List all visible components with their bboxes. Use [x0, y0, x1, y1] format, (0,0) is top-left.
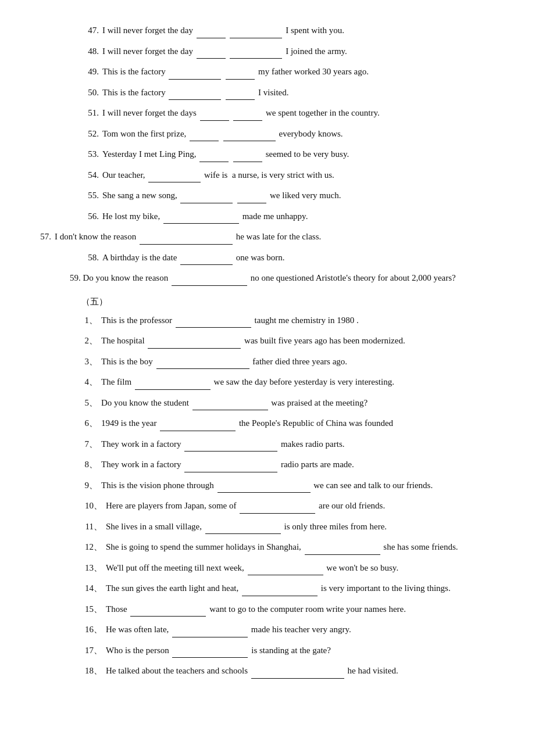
blank-54-1[interactable]	[148, 182, 201, 182]
blank-51-1[interactable]	[200, 120, 229, 121]
section5-item-15: 15、 Those want to go to the computer roo…	[81, 602, 500, 617]
blank-48-1[interactable]	[197, 58, 226, 59]
item-num-50: 50.	[81, 85, 99, 101]
blank-50-2[interactable]	[226, 99, 255, 100]
s5-content-11: She lives in a small village, is only th…	[106, 519, 500, 535]
s5-content-2: The hospital was built five years ago ha…	[101, 334, 500, 349]
s5-blank-12[interactable]	[305, 554, 380, 555]
s5-blank-18[interactable]	[251, 678, 344, 679]
s5-blank-8[interactable]	[184, 472, 277, 472]
item-content-50: This is the factory I visited.	[102, 85, 500, 101]
blank-51-2[interactable]	[233, 120, 262, 121]
s5-content-18: He talked about the teachers and schools…	[106, 664, 500, 679]
section-five: （五） 1、 This is the professor taught me c…	[35, 296, 500, 679]
item-num-56: 56.	[81, 209, 99, 224]
blank-50-1[interactable]	[169, 99, 221, 100]
s5-blank-14[interactable]	[242, 596, 318, 596]
s5-content-12: She is going to spend the summer holiday…	[106, 540, 500, 555]
s5-num-17: 17、	[81, 643, 102, 658]
item-num-52: 52.	[81, 127, 99, 142]
item-47: 47. I will never forget the day I spent …	[81, 23, 500, 38]
item-num-57: 57.	[35, 230, 51, 245]
section5-item-9: 9、 This is the vision phone through we c…	[81, 478, 500, 493]
s5-content-9: This is the vision phone through we can …	[101, 478, 500, 493]
s5-blank-16[interactable]	[172, 637, 248, 637]
item-content-54: Our teacher, wife is a nurse, is very st…	[102, 168, 500, 183]
section5-item-17: 17、 Who is the person is standing at the…	[81, 643, 500, 658]
blank-57-1[interactable]	[140, 244, 233, 245]
exercise-container: 47. I will never forget the day I spent …	[35, 23, 500, 679]
section5-item-14: 14、 The sun gives the earth light and he…	[81, 581, 500, 596]
s5-blank-10[interactable]	[240, 513, 315, 514]
s5-blank-11[interactable]	[205, 533, 281, 534]
blank-52-2[interactable]	[223, 141, 276, 141]
s5-blank-3[interactable]	[156, 368, 249, 369]
item-num-47: 47.	[81, 23, 99, 38]
blank-47-1[interactable]	[197, 38, 226, 38]
section5-item-5: 5、 Do you know the student was praised a…	[81, 396, 500, 411]
s5-num-14: 14、	[81, 581, 102, 596]
s5-num-12: 12、	[81, 540, 102, 555]
item-content-59: Do you know the reason no one questioned…	[83, 273, 456, 282]
s5-blank-7[interactable]	[184, 451, 277, 452]
s5-content-7: They work in a factory makes radio parts…	[101, 437, 500, 452]
s5-num-9: 9、	[81, 478, 98, 493]
s5-blank-15[interactable]	[130, 616, 206, 617]
s5-content-4: The film we saw the day before yesterday…	[101, 375, 500, 390]
item-content-55: She sang a new song, we liked very much.	[102, 188, 500, 203]
section-five-header: （五）	[81, 296, 500, 307]
blank-48-2[interactable]	[230, 58, 282, 59]
blank-49-1[interactable]	[169, 79, 221, 80]
s5-content-14: The sun gives the earth light and heat, …	[106, 581, 500, 596]
s5-num-6: 6、	[81, 416, 98, 431]
s5-num-18: 18、	[81, 664, 102, 679]
s5-num-11: 11、	[81, 519, 102, 535]
s5-blank-13[interactable]	[248, 575, 323, 575]
item-content-48: I will never forget the day I joined the…	[102, 44, 500, 59]
blank-56-1[interactable]	[163, 223, 239, 224]
blank-53-2[interactable]	[233, 162, 262, 162]
s5-blank-2[interactable]	[148, 348, 241, 349]
s5-num-4: 4、	[81, 375, 98, 390]
s5-blank-1[interactable]	[176, 327, 251, 328]
s5-blank-5[interactable]	[192, 410, 268, 410]
item-num-51: 51.	[81, 106, 99, 121]
section5-item-2: 2、 The hospital was built five years ago…	[81, 334, 500, 349]
item-content-49: This is the factory my father worked 30 …	[102, 65, 500, 80]
section5-item-8: 8、 They work in a factory radio parts ar…	[81, 457, 500, 472]
item-57: 57. I don't know the reason he was late …	[35, 230, 500, 245]
section5-item-18: 18、 He talked about the teachers and sch…	[81, 664, 500, 679]
s5-blank-6[interactable]	[160, 431, 236, 431]
item-53: 53. Yesterday I met Ling Ping, seemed to…	[81, 147, 500, 162]
s5-content-8: They work in a factory radio parts are m…	[101, 457, 500, 472]
item-num-55: 55.	[81, 188, 99, 203]
item-content-47: I will never forget the day I spent with…	[102, 23, 500, 38]
s5-num-7: 7、	[81, 437, 98, 452]
blank-49-2[interactable]	[226, 79, 255, 80]
item-num-48: 48.	[81, 44, 99, 59]
section5-item-3: 3、 This is the boy father died three yea…	[81, 354, 500, 370]
blank-58-1[interactable]	[180, 264, 233, 265]
blank-59-1[interactable]	[172, 285, 247, 286]
item-50: 50. This is the factory I visited.	[81, 85, 500, 101]
s5-blank-4[interactable]	[135, 389, 211, 390]
s5-content-5: Do you know the student was praised at t…	[101, 396, 500, 411]
s5-content-6: 1949 is the year the People's Republic o…	[101, 416, 500, 431]
item-num-58: 58.	[81, 250, 99, 266]
blank-55-2[interactable]	[237, 203, 266, 203]
s5-num-2: 2、	[81, 334, 98, 349]
blank-47-2[interactable]	[230, 38, 282, 38]
item-num-49: 49.	[81, 65, 99, 80]
s5-content-10: Here are players from Japan, some of are…	[106, 499, 500, 514]
s5-num-10: 10、	[81, 499, 102, 514]
s5-content-1: This is the professor taught me chemistr…	[101, 313, 500, 328]
blank-55-1[interactable]	[180, 203, 233, 203]
s5-blank-17[interactable]	[172, 657, 248, 658]
item-content-52: Tom won the first prize, everybody knows…	[102, 127, 500, 142]
item-num-53: 53.	[81, 147, 99, 162]
upper-section: 47. I will never forget the day I spent …	[35, 23, 500, 286]
s5-blank-9[interactable]	[217, 492, 311, 493]
blank-52-1[interactable]	[190, 141, 219, 141]
blank-53-1[interactable]	[199, 162, 229, 162]
item-58: 58. A birthday is the date one was born.	[81, 250, 500, 266]
